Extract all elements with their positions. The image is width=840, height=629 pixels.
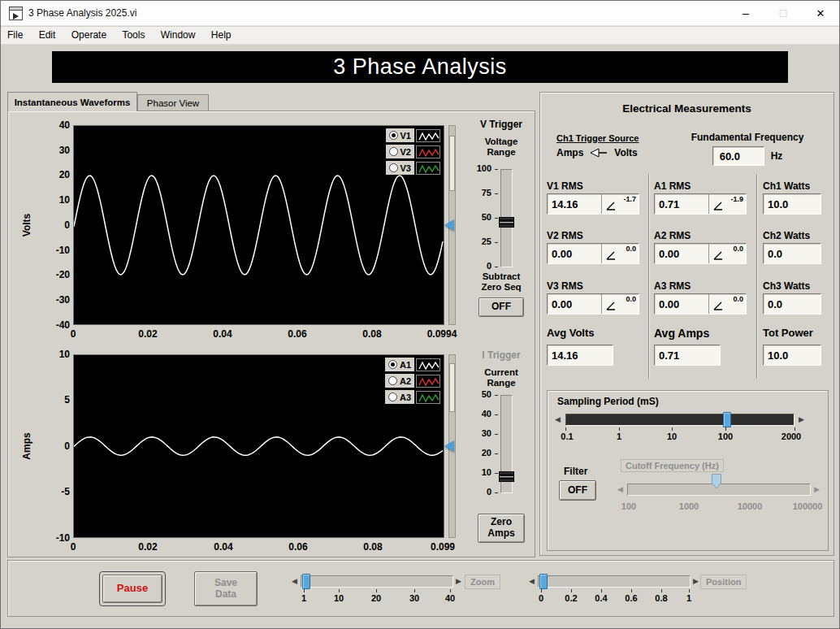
slider-decrement-icon[interactable]: ◀ — [555, 414, 561, 426]
x-tick: 0.02 — [138, 328, 157, 340]
sampling-period-slider-handle[interactable] — [723, 412, 731, 427]
a1-angle-value: -1.9 — [730, 195, 743, 203]
subtract-zero-seq-button[interactable]: OFF — [478, 297, 524, 317]
radio-a3[interactable] — [388, 393, 397, 401]
legend-label-a2: A2 — [400, 376, 411, 386]
ch3-watts-label: Ch3 Watts — [763, 280, 810, 292]
position-slider[interactable] — [538, 575, 691, 588]
app-window: 3 Phase Analysis 2025.vi – □ ✕ File Edit… — [0, 0, 840, 629]
legend-item-a1[interactable]: A1 — [385, 358, 440, 371]
i-trigger-title: I Trigger — [467, 349, 535, 361]
slider-increment-icon[interactable]: ▶ — [799, 414, 804, 426]
y-tick: -5 — [42, 486, 70, 497]
legend-swatch-a1[interactable] — [416, 358, 440, 371]
y-tick: 10 — [42, 194, 70, 206]
slider-increment-icon[interactable]: ▶ — [456, 575, 461, 588]
slider-scale-label: 10 — [469, 467, 491, 477]
trigger-source-volts-label[interactable]: Volts — [614, 147, 637, 158]
y-tick: -30 — [42, 294, 70, 306]
radio-v3[interactable] — [389, 163, 398, 172]
trigger-source-pointer-icon[interactable] — [588, 147, 609, 158]
save-data-button: Save Data — [194, 571, 258, 606]
menu-operate[interactable]: Operate — [65, 27, 113, 44]
position-slider-handle[interactable] — [539, 574, 548, 589]
legend-swatch-v2[interactable] — [416, 145, 440, 158]
amps-scale-scrollbar-thumb[interactable] — [449, 363, 455, 412]
v-trigger-level-arrow[interactable] — [444, 219, 454, 231]
zero-amps-button[interactable]: Zero Amps — [478, 514, 525, 543]
ch3-watts-display: 0.0 — [763, 293, 821, 314]
tab-instantaneous-waveforms[interactable]: Instantaneous Waveforms — [7, 92, 137, 111]
filter-button[interactable]: OFF — [559, 480, 596, 501]
fundamental-frequency-input[interactable]: 60.0 — [712, 146, 764, 166]
avg-volts-label: Avg Volts — [547, 327, 595, 339]
radio-v1[interactable] — [389, 131, 398, 140]
radio-a2[interactable] — [388, 376, 397, 385]
y-tick: -10 — [42, 532, 70, 544]
slider-scale-label: 20 — [371, 593, 381, 603]
pause-button-ring: Pause — [99, 571, 166, 606]
slider-decrement-icon[interactable]: ◀ — [292, 575, 297, 588]
slider-scale-label: 50 — [469, 389, 491, 399]
zoom-slider[interactable] — [301, 575, 453, 588]
i-trigger-level-arrow[interactable] — [444, 440, 454, 452]
zoom-slider-handle[interactable] — [302, 574, 310, 589]
x-tick: 0.08 — [363, 541, 382, 553]
radio-a1[interactable] — [388, 360, 397, 369]
close-button[interactable]: ✕ — [802, 1, 839, 25]
v2-rms-display: 0.00 0.0 — [547, 243, 639, 264]
legend-swatch-v1[interactable] — [416, 129, 440, 142]
menu-help[interactable]: Help — [205, 27, 238, 44]
waveforms-tab-panel: Volts 40 30 20 10 0 -10 -20 -30 -40 V1 V… — [7, 111, 535, 557]
x-tick: 0.04 — [214, 541, 232, 553]
angle-icon — [712, 250, 723, 261]
pause-button[interactable]: Pause — [102, 575, 162, 603]
sampling-group: Sampling Period (mS) ◀ ▶ 0.1 1 10 100 20… — [547, 390, 829, 551]
legend-swatch-v3[interactable] — [416, 162, 440, 175]
legend-swatch-a2[interactable] — [416, 375, 440, 388]
legend-item-v3[interactable]: V3 — [386, 161, 440, 175]
tab-phasor-view[interactable]: Phasor View — [137, 94, 209, 111]
v1-rms-display: 14.16 -1.7 — [547, 193, 639, 215]
y-tick: 10 — [42, 349, 70, 360]
volts-scale-scrollbar-thumb[interactable] — [449, 136, 455, 191]
minimize-button[interactable]: – — [727, 1, 764, 25]
legend-item-a2[interactable]: A2 — [385, 374, 440, 388]
column-divider — [756, 174, 758, 379]
a1-rms-display: 0.71 -1.9 — [654, 193, 747, 215]
volts-plot-area: V1 V2 V3 — [73, 125, 444, 325]
cutoff-slider-handle — [712, 474, 721, 489]
ch1-watts-label: Ch1 Watts — [763, 180, 810, 192]
volts-axis-label: Volts — [21, 201, 32, 249]
slider-scale-label: 0 — [469, 487, 491, 497]
legend-item-v1[interactable]: V1 — [386, 128, 440, 142]
legend-item-a3[interactable]: A3 — [385, 390, 440, 404]
menu-bar: File Edit Operate Tools Window Help — [1, 27, 839, 45]
v1-angle-display: -1.7 — [601, 194, 639, 214]
menu-tools[interactable]: Tools — [115, 27, 151, 44]
volts-plot-legend: V1 V2 V3 — [386, 128, 440, 175]
slider-increment-icon: ▶ — [814, 484, 820, 496]
slider-scale-label: 30 — [409, 593, 419, 603]
current-range-slider-handle[interactable] — [499, 471, 514, 482]
slider-scale-label: 100 — [621, 501, 636, 511]
subtract-zero-seq-label: Subtract Zero Seq — [467, 271, 535, 293]
v3-rms-value: 0.00 — [548, 298, 601, 310]
menu-edit[interactable]: Edit — [32, 27, 63, 44]
menu-window[interactable]: Window — [154, 27, 202, 44]
slider-scale-label: 1 — [686, 593, 691, 603]
slider-scale-label: 75 — [469, 188, 491, 197]
slider-scale-label: 1 — [301, 593, 306, 603]
avg-amps-value: 0.71 — [655, 349, 720, 362]
radio-v2[interactable] — [389, 147, 398, 156]
voltage-range-slider-handle[interactable] — [499, 217, 514, 228]
slider-increment-icon[interactable]: ▶ — [693, 575, 699, 588]
legend-item-v2[interactable]: V2 — [386, 145, 440, 158]
legend-label-v1: V1 — [401, 131, 411, 141]
a2-rms-value: 0.00 — [655, 248, 708, 260]
slider-decrement-icon[interactable]: ◀ — [529, 575, 535, 588]
trigger-source-amps-label[interactable]: Amps — [556, 147, 583, 158]
menu-file[interactable]: File — [1, 27, 29, 44]
legend-swatch-a3[interactable] — [416, 391, 440, 404]
sampling-period-slider[interactable] — [565, 414, 795, 426]
